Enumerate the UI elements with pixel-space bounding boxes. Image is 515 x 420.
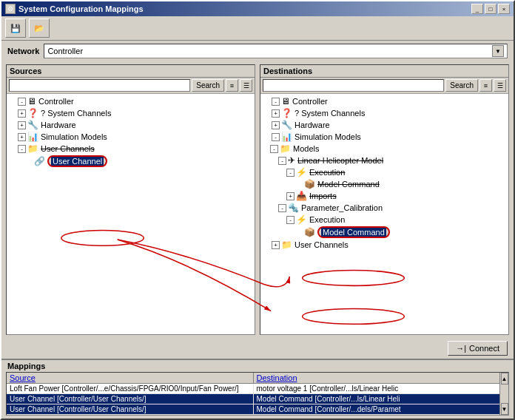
open-button[interactable]: 📂 <box>29 18 50 38</box>
dest-controller-expand-icon[interactable]: - <box>272 98 280 106</box>
destinations-search-button[interactable]: Search <box>445 79 478 92</box>
simmod-expand-icon[interactable]: + <box>18 133 26 141</box>
connect-row: →| Connect <box>1 338 514 359</box>
connect-label: Connect <box>469 344 499 353</box>
dest-userchan-expand-icon[interactable]: + <box>272 241 280 249</box>
syschan-expand-icon[interactable]: + <box>18 109 26 118</box>
sources-tree-item-userchan[interactable]: 🔗 User Channel <box>8 155 253 168</box>
dest-linhelicopter-expand-icon[interactable]: - <box>278 157 286 165</box>
save-button[interactable]: 💾 <box>5 18 26 38</box>
dest-execution1-icon: ⚡ <box>296 167 307 177</box>
sources-icon-btn-2[interactable]: ☰ <box>240 79 252 92</box>
network-select[interactable]: Controller ▼ <box>44 44 508 58</box>
mappings-row-3-destination: Model Command [Controller/...dels/Parame… <box>254 404 500 414</box>
dest-execution2-label: Execution <box>309 215 345 224</box>
scroll-up-btn[interactable]: ▲ <box>501 373 508 385</box>
hardware-label: Hardware <box>41 121 76 129</box>
mappings-content: Source Destination Loft Fan Power [Contr… <box>7 373 499 415</box>
simmod-label: Simulation Models <box>41 132 107 141</box>
mappings-header: Mappings <box>1 360 514 372</box>
dest-tree-item-models[interactable]: - 📁 Models <box>262 143 507 155</box>
titlebar-left: ⚙ System Configuration Mappings <box>5 4 144 14</box>
destinations-icon-btn-2[interactable]: ☰ <box>494 79 506 92</box>
userchan-parent-expand-icon[interactable]: - <box>18 145 26 153</box>
dest-syschan-label: ? System Channels <box>294 109 365 118</box>
dest-controller-icon: 🖥 <box>281 96 290 106</box>
maximize-button[interactable]: □ <box>485 4 497 14</box>
sources-container: Sources Search ≡ ☰ - 🖥 <box>1 61 258 338</box>
mappings-table-wrapper: Source Destination Loft Fan Power [Contr… <box>6 372 509 416</box>
mappings-section: Mappings Source Destination Loft Fan Pow… <box>1 359 514 419</box>
dest-modelcmd1-icon: 📦 <box>304 179 315 189</box>
scroll-down-btn[interactable]: ▼ <box>501 403 508 415</box>
userchan-label: User Channel <box>51 157 104 166</box>
mappings-row-3-source: User Channel [Controller/User Channels/] <box>7 404 254 414</box>
dest-controller-label: Controller <box>292 97 328 106</box>
sources-tree-item-hardware[interactable]: + 🔧 Hardware <box>8 119 253 131</box>
minimize-button[interactable]: _ <box>471 4 483 14</box>
mappings-col-source[interactable]: Source <box>7 373 254 383</box>
controller-expand-icon[interactable]: - <box>18 98 26 106</box>
panels-wrapper: Sources Search ≡ ☰ - 🖥 <box>1 61 514 359</box>
sources-panel: Sources Search ≡ ☰ - 🖥 <box>6 64 255 335</box>
sources-tree-item-simmod[interactable]: + 📊 Simulation Models <box>8 131 253 143</box>
dest-tree-item-execution1[interactable]: - ⚡ Execution <box>262 166 507 178</box>
connect-button[interactable]: →| Connect <box>448 341 508 356</box>
dest-paramcal-expand-icon[interactable]: - <box>278 204 286 212</box>
dest-imports-expand-icon[interactable]: + <box>286 192 294 200</box>
sources-search-input[interactable] <box>9 79 190 92</box>
dest-modelcmd2-icon: 📦 <box>304 227 315 237</box>
mappings-row-3[interactable]: User Channel [Controller/User Channels/]… <box>7 404 499 415</box>
sources-tree-item-userchan-parent[interactable]: - 📁 User Channels <box>8 143 253 155</box>
dest-tree-item-paramcal[interactable]: - 🔩 Parameter_Calibration <box>262 202 507 214</box>
dropdown-arrow-icon[interactable]: ▼ <box>492 45 504 57</box>
dest-tree-item-execution2[interactable]: - ⚡ Execution <box>262 214 507 226</box>
dest-execution1-expand-icon[interactable]: - <box>286 169 294 177</box>
dest-execution2-expand-icon[interactable]: - <box>286 216 294 224</box>
userchan-parent-label: User Channels <box>41 144 95 153</box>
close-button[interactable]: × <box>498 4 510 14</box>
sources-search-row: Search ≡ ☰ <box>7 78 255 94</box>
dest-userchan-label: User Channels <box>294 240 349 249</box>
destinations-container: Destinations Search ≡ ☰ - 🖥 <box>258 61 514 338</box>
dest-tree-item-syschan[interactable]: + ❓ ? System Channels <box>262 107 507 119</box>
mappings-col-destination[interactable]: Destination <box>254 373 500 383</box>
sources-tree-item-syschan[interactable]: + ❓ ? System Channels <box>8 107 253 119</box>
save-icon: 💾 <box>10 24 21 33</box>
destinations-icon-btn-1[interactable]: ≡ <box>479 79 492 92</box>
dest-tree-item-controller[interactable]: - 🖥 Controller <box>262 95 507 107</box>
dest-tree-item-userchan[interactable]: + 📁 User Channels <box>262 239 507 251</box>
dest-simmod-expand-icon[interactable]: - <box>272 133 280 141</box>
dest-modelcmd2-highlighted-box: Model Command <box>317 226 390 238</box>
dest-models-expand-icon[interactable]: - <box>270 145 278 153</box>
sources-icon-btn-1[interactable]: ≡ <box>226 79 238 92</box>
dest-tree-item-linhelicopter[interactable]: - ✈ Linear Helicopter Model <box>262 155 507 166</box>
dest-modelcmd2-label: Model Command <box>321 228 386 237</box>
sources-tree-item-controller[interactable]: - 🖥 Controller <box>8 95 253 107</box>
dest-tree-item-modelcmd1[interactable]: 📦 Model Command <box>262 178 507 190</box>
destinations-label: Destinations <box>263 67 312 75</box>
destinations-tree: - 🖥 Controller + ❓ ? System Channels <box>260 94 508 334</box>
dest-tree-item-imports[interactable]: + 📥 Imports <box>262 190 507 202</box>
dest-models-label: Models <box>293 144 319 153</box>
dest-tree-item-hardware[interactable]: + 🔧 Hardware <box>262 119 507 131</box>
mappings-row-1[interactable]: Loft Fan Power [Controller/...e/Chassis/… <box>7 384 499 394</box>
simmod-icon: 📊 <box>27 132 38 142</box>
sources-label: Sources <box>10 67 41 75</box>
dest-execution2-icon: ⚡ <box>296 214 307 225</box>
hardware-expand-icon[interactable]: + <box>18 121 26 129</box>
network-row: Network Controller ▼ <box>1 41 514 61</box>
syschan-icon: ❓ <box>27 108 38 118</box>
dest-hardware-icon: 🔧 <box>281 120 292 130</box>
dest-syschan-icon: ❓ <box>281 108 292 118</box>
sources-search-button[interactable]: Search <box>192 79 224 92</box>
mappings-row-1-destination: motor voltage 1 [Controller/...ls/Linear… <box>254 384 500 393</box>
mappings-row-2[interactable]: User Channel [Controller/User Channels/]… <box>7 394 499 404</box>
network-label: Network <box>7 47 39 55</box>
dest-hardware-expand-icon[interactable]: + <box>272 121 280 129</box>
mappings-scrollbar[interactable]: ▲ ▼ <box>499 373 508 415</box>
destinations-search-input[interactable] <box>263 79 444 92</box>
dest-tree-item-simmod[interactable]: - 📊 Simulation Models <box>262 131 507 143</box>
dest-tree-item-modelcmd2[interactable]: 📦 Model Command <box>262 226 507 239</box>
dest-syschan-expand-icon[interactable]: + <box>272 109 280 118</box>
